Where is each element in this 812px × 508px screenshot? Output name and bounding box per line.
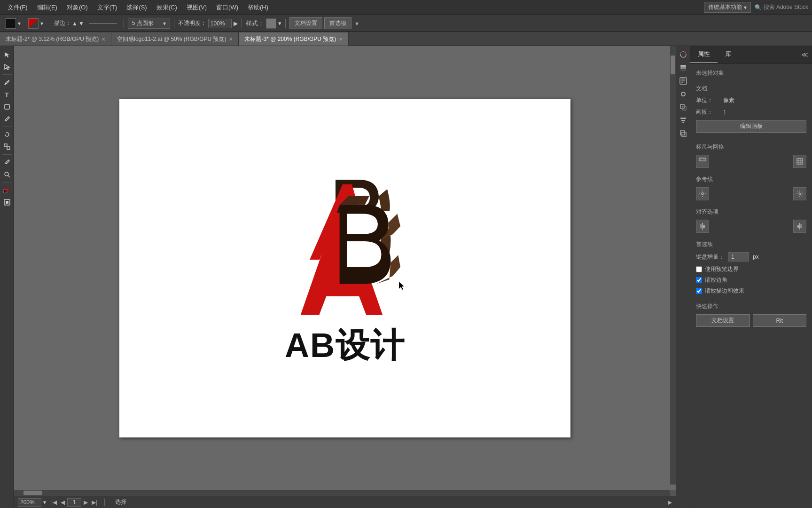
menu-window[interactable]: 窗口(W)	[212, 1, 242, 14]
menu-effect[interactable]: 效果(C)	[153, 1, 181, 14]
scale-corners-checkbox[interactable]	[696, 277, 702, 283]
tool-direct-select[interactable]	[1, 61, 13, 72]
stroke-color[interactable]: ▾	[25, 17, 46, 30]
tool-text[interactable]: T	[1, 89, 13, 100]
stroke-dropdown-icon[interactable]: ▾	[40, 20, 43, 27]
keyboard-increment-input[interactable]	[728, 252, 749, 262]
opacity-input[interactable]	[208, 19, 232, 28]
style-dropdown-icon[interactable]: ▾	[278, 20, 281, 27]
tab-properties[interactable]: 属性	[690, 46, 718, 63]
svg-rect-3	[7, 147, 10, 150]
menu-help[interactable]: 帮助(H)	[244, 1, 272, 14]
right-panel: 属性 库 ≪ 未选择对象 文档 单位： 像素 画板： 1 编辑画板	[690, 46, 812, 508]
panel-icon-layer[interactable]	[678, 62, 689, 73]
zoom-dropdown-icon[interactable]: ▾	[43, 499, 46, 506]
stroke-display[interactable]	[86, 22, 120, 25]
tool-fill[interactable]	[1, 184, 13, 196]
separator-4	[242, 19, 242, 28]
guides-title: 参考线	[696, 175, 806, 183]
svg-line-5	[8, 175, 10, 177]
page-input[interactable]	[67, 498, 81, 507]
svg-rect-2	[4, 144, 7, 147]
guide-icon-1[interactable]	[696, 187, 709, 200]
tool-shape[interactable]	[1, 101, 13, 112]
tool-eyedropper[interactable]	[1, 157, 13, 168]
canvas-document[interactable]: AB设计	[119, 99, 570, 437]
workspace-selector[interactable]: 传统基本功能 ▾	[704, 2, 751, 13]
menu-text[interactable]: 文字(T)	[94, 1, 121, 14]
right-icon-bar	[676, 46, 690, 508]
tool-rotate[interactable]	[1, 129, 13, 140]
tool-select[interactable]	[1, 49, 13, 60]
scroll-right-arrow[interactable]: ▶	[668, 499, 672, 506]
guide-icon-2[interactable]	[793, 187, 806, 200]
use-preview-bounds-checkbox[interactable]	[696, 266, 702, 272]
tab-library[interactable]: 库	[718, 46, 739, 63]
canvas-vscroll[interactable]	[670, 46, 676, 484]
tab-2-close[interactable]: ✕	[339, 37, 343, 42]
align-icon-2[interactable]	[793, 220, 806, 233]
panel-icon-pathfinder[interactable]	[678, 128, 689, 139]
scale-corners-label[interactable]: 缩放边角	[705, 276, 727, 284]
scroll-corner	[670, 490, 676, 496]
canvas-hscroll-thumb[interactable]	[23, 491, 42, 495]
scale-stroke-checkbox[interactable]	[696, 288, 702, 294]
shape-selector[interactable]: 5 点圆形 ▾	[128, 18, 170, 29]
svg-rect-25	[682, 122, 684, 123]
separator-5	[285, 19, 286, 28]
prefs-btn[interactable]: 首选项	[324, 17, 351, 29]
use-preview-bounds-label[interactable]: 使用预览边界	[705, 265, 739, 273]
doc-settings-btn[interactable]: 文档设置	[289, 17, 322, 29]
tool-screen-mode[interactable]	[1, 197, 13, 208]
canvas-main[interactable]: AB设计	[14, 46, 676, 490]
menu-select[interactable]: 选择(S)	[123, 1, 150, 14]
ruler-icon-2[interactable]	[793, 155, 806, 168]
menu-file[interactable]: 文件(F)	[4, 1, 31, 14]
tool-zoom[interactable]	[1, 169, 13, 180]
align-icon-1[interactable]	[696, 220, 709, 233]
stroke-color-box[interactable]	[28, 18, 39, 29]
quick-doc-settings-btn[interactable]: 文档设置	[696, 314, 750, 327]
stroke-down-icon[interactable]: ▼	[78, 20, 84, 27]
zoom-input[interactable]	[18, 498, 41, 507]
scale-stroke-label[interactable]: 缩放描边和效果	[705, 287, 744, 295]
ruler-icon-1[interactable]	[696, 155, 709, 168]
panel-icon-info[interactable]	[678, 75, 689, 87]
quick-extra-btn[interactable]: Rit	[753, 314, 807, 327]
panel-icon-appearance[interactable]	[678, 88, 689, 100]
stroke-up-icon[interactable]: ▲	[72, 20, 78, 27]
panel-icon-color[interactable]	[678, 49, 689, 60]
nav-first[interactable]: |◀	[50, 499, 58, 506]
tool-pen[interactable]	[1, 77, 13, 88]
tool-scale[interactable]	[1, 141, 13, 152]
fill-color[interactable]: ▾	[3, 17, 23, 30]
panel-icon-transform[interactable]	[678, 102, 689, 113]
menu-edit[interactable]: 编辑(E)	[33, 1, 61, 14]
panel-icon-align[interactable]	[678, 115, 689, 126]
tab-2[interactable]: 未标题-3* @ 200% (RGB/GPU 预览) ✕	[239, 32, 349, 46]
canvas-vscroll-thumb[interactable]	[671, 56, 675, 74]
tool-brush[interactable]	[1, 113, 13, 125]
unit-row: 单位： 像素	[696, 96, 806, 104]
tab-0[interactable]: 未标题-2* @ 3.12% (RGB/GPU 预览) ✕	[0, 32, 111, 46]
tab-1-close[interactable]: ✕	[229, 37, 233, 42]
section-quick-actions: 快速操作 文档设置 Rit	[696, 302, 806, 330]
fill-dropdown-icon[interactable]: ▾	[18, 20, 21, 27]
fill-color-box[interactable]	[6, 18, 16, 29]
svg-point-20	[682, 93, 685, 95]
prefs-dropdown-icon[interactable]: ▾	[355, 20, 359, 27]
opacity-arrow-icon[interactable]: ▶	[234, 20, 238, 27]
tab-0-close[interactable]: ✕	[102, 37, 105, 42]
style-preview[interactable]	[266, 18, 276, 29]
nav-last[interactable]: ▶|	[90, 499, 99, 506]
tab-1[interactable]: 空间感logo11-2.ai @ 50% (RGB/GPU 预览) ✕	[111, 32, 239, 46]
menu-view[interactable]: 视图(V)	[183, 1, 211, 14]
keyboard-increment-row: 键盘增量： px	[696, 252, 806, 262]
nav-next[interactable]: ▶	[82, 499, 89, 506]
menu-object[interactable]: 对象(O)	[63, 1, 92, 14]
edit-artboard-btn[interactable]: 编辑画板	[696, 120, 806, 133]
panel-collapse-btn[interactable]: ≪	[797, 49, 812, 60]
canvas-hscroll[interactable]	[14, 490, 670, 496]
nav-prev[interactable]: ◀	[59, 499, 66, 506]
zoom-control: ▾	[18, 498, 46, 507]
